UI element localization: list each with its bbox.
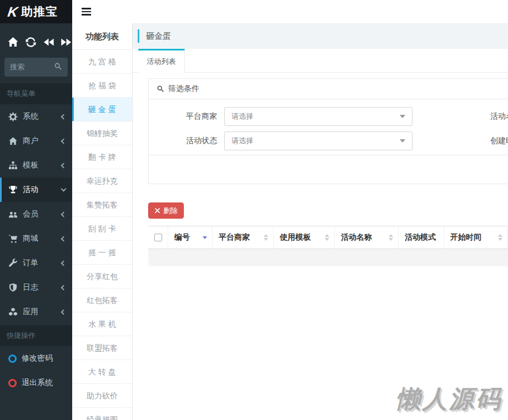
chevron-left-icon (61, 138, 67, 144)
funclist-item[interactable]: 经典拼图 (72, 408, 132, 420)
funclist-item[interactable]: 集赞拓客 (72, 193, 132, 217)
quick-section-label: 快捷操作 (0, 325, 72, 346)
column-header-platform-merchant[interactable]: 平台商家 (213, 226, 274, 249)
sidebar-item-mall[interactable]: 商城 (0, 226, 72, 251)
funclist-item[interactable]: 锦鲤抽奖 (72, 122, 132, 145)
chevron-left-icon (61, 114, 67, 119)
funclist-item[interactable]: 分享红包 (72, 265, 132, 289)
sidebar-item-merchant[interactable]: 商户 (0, 129, 72, 153)
backward-icon[interactable] (43, 36, 54, 48)
column-header-template[interactable]: 使用模板 (274, 226, 335, 249)
sidebar-item-label: 模板 (23, 160, 62, 170)
delete-button-label: 删除 (163, 206, 178, 216)
select-value: 请选择 (232, 112, 400, 122)
funclist-item-active[interactable]: 砸 金 蛋 (72, 98, 132, 122)
column-header-id[interactable]: 编号 (168, 226, 213, 249)
funclist-item[interactable]: 九 宫 格 (72, 50, 132, 74)
sidebar-item-log[interactable]: 日志 (0, 275, 72, 300)
page-header: 砸金蛋 (133, 23, 508, 49)
sidebar-item-label: 商户 (23, 136, 62, 146)
sort-both-icon[interactable] (389, 234, 393, 241)
field-label-activity-status: 活动状态 (149, 136, 224, 146)
logo[interactable]: K 助推宝 (0, 0, 72, 23)
watermark: 懒人源码 (396, 383, 502, 416)
search-icon (157, 85, 164, 93)
funclist-item[interactable]: 翻 卡 牌 (72, 145, 132, 169)
right-region: 功能列表 九 宫 格 抢 福 袋 砸 金 蛋 锦鲤抽奖 翻 卡 牌 幸运扑克 集… (72, 0, 508, 420)
tab-bar: 活动列表 (133, 49, 508, 73)
sidebar-item-template[interactable]: 模板 (0, 153, 72, 178)
sidebar-item-order[interactable]: 订单 (0, 251, 72, 275)
sidebar-item-app[interactable]: 应用 (0, 300, 72, 324)
logo-mark-icon: K (7, 5, 19, 19)
logout-item[interactable]: 退出系统 (0, 371, 72, 395)
funclist-item[interactable]: 红包拓客 (72, 289, 132, 312)
filter-panel: 筛选条件 平台商家 请选择 活动名称 活动状态 (148, 78, 508, 184)
chevron-left-icon (61, 211, 67, 217)
change-password-item[interactable]: 修改密码 (0, 346, 72, 371)
funclist-item[interactable]: 大 转 盘 (72, 360, 132, 384)
filter-panel-header[interactable]: 筛选条件 (149, 79, 508, 99)
sidebar-item-label: 商城 (23, 234, 62, 244)
circle-icon (8, 355, 17, 363)
sort-both-icon[interactable] (325, 234, 329, 241)
sidebar-item-label: 活动 (23, 185, 62, 195)
select-all-cell (148, 226, 168, 249)
activity-status-select[interactable]: 请选择 (224, 131, 413, 150)
sidebar-item-activity[interactable]: 活动 (0, 178, 72, 202)
gear-icon (8, 112, 18, 122)
column-label: 开始时间 (450, 232, 481, 242)
sidebar-item-label: 系统 (23, 112, 62, 122)
function-list: 功能列表 九 宫 格 抢 福 袋 砸 金 蛋 锦鲤抽奖 翻 卡 牌 幸运扑克 集… (72, 23, 133, 420)
nav-section-label: 导航菜单 (0, 83, 72, 104)
sidebar-menu: 系统 商户 模板 活动 会员 (0, 104, 72, 324)
forward-icon[interactable] (61, 36, 72, 48)
trophy-icon (8, 185, 18, 195)
refresh-icon[interactable] (25, 36, 37, 48)
search-input[interactable]: 搜索 (4, 58, 68, 77)
tab-activity-list[interactable]: 活动列表 (138, 49, 185, 73)
sidebar-item-label: 应用 (23, 307, 62, 317)
chevron-left-icon (61, 285, 67, 290)
sort-both-icon[interactable] (498, 234, 502, 241)
funclist-item[interactable]: 联盟拓客 (72, 336, 132, 360)
sitemap-icon (8, 161, 18, 170)
home-icon (8, 136, 18, 146)
field-label-platform-merchant: 平台商家 (149, 112, 224, 122)
sidebar-item-member[interactable]: 会员 (0, 202, 72, 226)
chevron-left-icon (61, 236, 67, 241)
main-content: 砸金蛋 活动列表 筛选条件 平台商家 请选择 (133, 23, 508, 420)
sort-both-icon[interactable] (264, 234, 268, 241)
hamburger-menu-icon[interactable] (82, 6, 91, 17)
quick-item-label: 退出系统 (22, 378, 53, 388)
funclist-item[interactable]: 刮 刮 卡 (72, 217, 132, 241)
activity-table: 编号 平台商家 使用模板 活动名称 (148, 226, 508, 266)
function-list-title: 功能列表 (72, 23, 132, 50)
field-label-create-time: 创建时间 (490, 136, 508, 146)
sort-desc-icon[interactable] (203, 236, 207, 239)
column-label: 活动名称 (341, 232, 372, 242)
home-icon[interactable] (7, 36, 19, 48)
users-icon (8, 210, 18, 219)
select-all-checkbox[interactable] (154, 234, 162, 241)
funclist-item[interactable]: 助力砍价 (72, 384, 132, 408)
delete-button[interactable]: 删除 (148, 203, 184, 219)
funclist-item[interactable]: 抢 福 袋 (72, 74, 132, 98)
title-accent-bar (138, 29, 139, 43)
funclist-item[interactable]: 幸运扑克 (72, 169, 132, 193)
chevron-down-icon (61, 186, 67, 192)
page-title: 砸金蛋 (146, 31, 171, 42)
search-icon[interactable] (54, 62, 62, 73)
platform-merchant-select[interactable]: 请选择 (224, 107, 413, 126)
sidebar-item-system[interactable]: 系统 (0, 104, 72, 129)
column-label: 平台商家 (219, 232, 250, 242)
x-icon (154, 208, 160, 214)
cubes-icon (8, 307, 18, 317)
filter-form: 平台商家 请选择 活动名称 活动状态 请选择 (149, 99, 508, 155)
funclist-item[interactable]: 摇 一 摇 (72, 241, 132, 265)
column-header-start-time[interactable]: 开始时间 (444, 226, 508, 249)
filter-title: 筛选条件 (168, 84, 199, 94)
column-header-activity-mode[interactable]: 活动模式 (399, 226, 444, 249)
column-header-activity-name[interactable]: 活动名称 (335, 226, 399, 249)
funclist-item[interactable]: 水 果 机 (72, 312, 132, 336)
